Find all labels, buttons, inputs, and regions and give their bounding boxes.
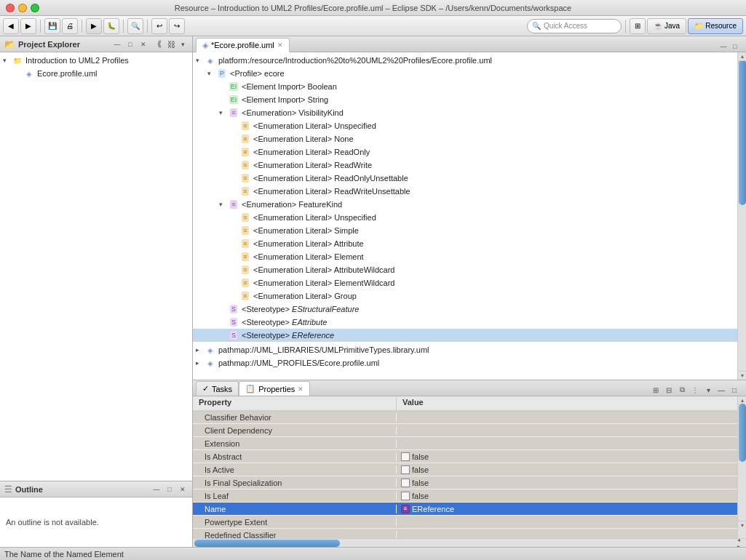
path-uml-libraries-label: pathmap://UML_LIBRARIES/UMLPrimitiveType… — [218, 345, 429, 354]
outline-maximize-btn[interactable]: □ — [164, 484, 175, 495]
columns-btn[interactable]: ⊟ — [663, 384, 675, 396]
ps-down-btn[interactable]: ▾ — [738, 521, 746, 529]
project-explorer-icon: 📂 — [4, 39, 15, 49]
tasks-tab[interactable]: ✓ Tasks — [196, 381, 239, 396]
eliteral-element[interactable]: ≡ <Enumeration Literal> Element — [193, 250, 737, 263]
scroll-up-btn[interactable]: ▴ — [738, 52, 746, 61]
main-area: 📂 Project Explorer — □ ✕ ⟪ ⛓ ▾ 📁 Introdu… — [0, 36, 746, 547]
eliteral-readwrite[interactable]: ≡ <Enumeration Literal> ReadWrite — [193, 159, 737, 172]
prop-classifier-behavior[interactable]: Classifier Behavior — [193, 411, 737, 424]
collapse-all-btn[interactable]: ⟪ — [154, 39, 164, 49]
stereo-eattribute[interactable]: S <Stereotype> EAttribute — [193, 316, 737, 329]
bp-close-btn[interactable]: □ — [729, 384, 740, 396]
eliteral-group[interactable]: ≡ <Enumeration Literal> Group — [193, 289, 737, 303]
stereo-label-esf: <Stereotype> EStructuralFeature — [242, 305, 359, 313]
outline-close-btn[interactable]: ✕ — [178, 484, 188, 495]
next-edit-button[interactable]: ↪ — [169, 18, 185, 34]
tree-item-file[interactable]: ◈ Ecore.profile.uml — [0, 67, 192, 80]
tree-item-root[interactable]: 📁 Introduction to UML2 Profiles — [0, 54, 192, 67]
quick-access-box[interactable]: 🔍 Quick Access — [527, 19, 622, 33]
editor-tab-ecore[interactable]: ◈ *Ecore.profile.uml ✕ — [196, 38, 290, 52]
editor-tree[interactable]: ◈ platform:/resource/Introduction%20to%2… — [193, 52, 737, 380]
properties-icon: 📋 — [245, 384, 255, 393]
editor-tree-root[interactable]: ◈ platform:/resource/Introduction%20to%2… — [193, 54, 737, 67]
eliteral-attribute[interactable]: ≡ <Enumeration Literal> Attribute — [193, 237, 737, 250]
enum-vis-label: <Enumeration> VisibilityKind — [242, 108, 344, 117]
eliteral-simple[interactable]: ≡ <Enumeration Literal> Simple — [193, 224, 737, 237]
props-scrollbar[interactable]: ▴ ▾ — [737, 396, 746, 538]
enum-visibilitykind-item[interactable]: ≡ <Enumeration> VisibilityKind — [193, 106, 737, 119]
prop-redefined[interactable]: Redefined Classifier — [193, 529, 737, 538]
prop-extension[interactable]: Extension — [193, 437, 737, 450]
eliteral-attrwild[interactable]: ≡ <Enumeration Literal> AttributeWildcar… — [193, 263, 737, 276]
editor-max-btn[interactable]: □ — [730, 41, 740, 52]
editor-scrollbar[interactable]: ▾ ▴ — [737, 52, 746, 380]
resource-icon: 📁 — [694, 22, 703, 30]
prop-is-abstract[interactable]: Is Abstract false — [193, 450, 737, 463]
import-string-item[interactable]: EI <Element Import> String — [193, 93, 737, 106]
search-button[interactable]: 🔍 — [127, 18, 143, 34]
copy-btn[interactable]: ⧉ — [676, 384, 688, 396]
eliteral-rwunsettable[interactable]: ≡ <Enumeration Literal> ReadWriteUnsetta… — [193, 185, 737, 198]
eliteral-unspecified-2[interactable]: ≡ <Enumeration Literal> Unspecified — [193, 211, 737, 224]
profile-icon: P — [216, 68, 228, 79]
more-btn[interactable]: ⋮ — [689, 384, 701, 396]
close-button[interactable] — [6, 4, 15, 12]
minimize-panel-btn[interactable]: — — [112, 39, 122, 49]
minimize-button[interactable] — [18, 4, 27, 12]
ereference-icon: ≡ — [401, 505, 410, 513]
save-button[interactable]: 💾 — [44, 18, 60, 34]
panel-menu-btn[interactable]: ▾ — [178, 39, 188, 49]
back-button[interactable]: ◀ — [3, 18, 19, 34]
link-editor-btn[interactable]: ⛓ — [166, 39, 176, 49]
scroll-down-btn[interactable]: ▾ — [738, 371, 746, 380]
print-button[interactable]: 🖨 — [62, 18, 78, 34]
forward-button[interactable]: ▶ — [20, 18, 36, 34]
stereo-ereference[interactable]: S <Stereotype> EReference — [193, 329, 737, 342]
prop-is-active[interactable]: Is Active false — [193, 463, 737, 476]
filter-btn[interactable]: ⊞ — [650, 384, 662, 396]
resource-perspective-btn[interactable]: 📁 Resource — [688, 18, 743, 34]
profile-arrow — [207, 70, 216, 77]
eliteral-icon-rw: ≡ — [239, 159, 251, 171]
root-arrow — [196, 57, 205, 64]
prop-is-final[interactable]: Is Final Specialization false — [193, 476, 737, 489]
prop-is-leaf[interactable]: Is Leaf false — [193, 489, 737, 503]
stereo-estructuralfeature[interactable]: S <Stereotype> EStructuralFeature — [193, 303, 737, 316]
run-button[interactable]: ▶ — [86, 18, 102, 34]
editor-scrollbar-thumb[interactable] — [739, 60, 746, 205]
path-uml-profiles[interactable]: ◈ pathmap://UML_PROFILES/Ecore.profile.u… — [193, 356, 737, 369]
workbench-btn[interactable]: ⊞ — [630, 18, 646, 34]
props-bottom-scrollbar[interactable]: ◂ ▸ — [193, 538, 746, 547]
eliteral-unspecified-1[interactable]: ≡ <Enumeration Literal> Unspecified — [193, 119, 737, 132]
eliteral-elemwild[interactable]: ≡ <Enumeration Literal> ElementWildcard — [193, 276, 737, 289]
editor-min-btn[interactable]: — — [718, 41, 729, 52]
maximize-panel-btn[interactable]: □ — [125, 39, 135, 49]
profile-ecore-item[interactable]: P <Profile> ecore — [193, 67, 737, 80]
prop-name[interactable]: Name ≡ EReference — [193, 503, 737, 516]
maximize-button[interactable] — [31, 4, 39, 12]
tab-close-btn[interactable]: ✕ — [277, 41, 283, 49]
fk-attribute: <Enumeration Literal> Attribute — [253, 239, 364, 248]
import-boolean-item[interactable]: EI <Element Import> Boolean — [193, 80, 737, 93]
prop-client-dependency[interactable]: Client Dependency — [193, 424, 737, 437]
enum-fk-arrow — [219, 201, 228, 208]
close-panel-btn[interactable]: ✕ — [138, 39, 148, 49]
eliteral-readonly[interactable]: ≡ <Enumeration Literal> ReadOnly — [193, 145, 737, 159]
enum-featurekind-item[interactable]: ≡ <Enumeration> FeatureKind — [193, 198, 737, 211]
prop-powertype[interactable]: Powertype Extent — [193, 516, 737, 529]
java-perspective-btn[interactable]: ☕ Java — [647, 18, 686, 34]
outline-minimize-btn[interactable]: — — [151, 484, 162, 495]
props-scrollbar-thumb[interactable] — [739, 404, 746, 462]
props-bottom-thumb[interactable] — [194, 540, 340, 547]
bp-minimize-btn[interactable]: ▾ — [702, 384, 714, 396]
bool-icon-abstract — [401, 452, 410, 461]
properties-tab-close[interactable]: ✕ — [298, 385, 303, 393]
eliteral-rounsettable[interactable]: ≡ <Enumeration Literal> ReadOnlyUnsettab… — [193, 172, 737, 185]
eliteral-none[interactable]: ≡ <Enumeration Literal> None — [193, 132, 737, 145]
properties-tab[interactable]: 📋 Properties ✕ — [239, 381, 310, 396]
prev-edit-button[interactable]: ↩ — [151, 18, 167, 34]
path-uml-libraries[interactable]: ◈ pathmap://UML_LIBRARIES/UMLPrimitiveTy… — [193, 343, 737, 356]
debug-button[interactable]: 🐛 — [103, 18, 119, 34]
bp-maximize-btn[interactable]: — — [715, 384, 727, 396]
